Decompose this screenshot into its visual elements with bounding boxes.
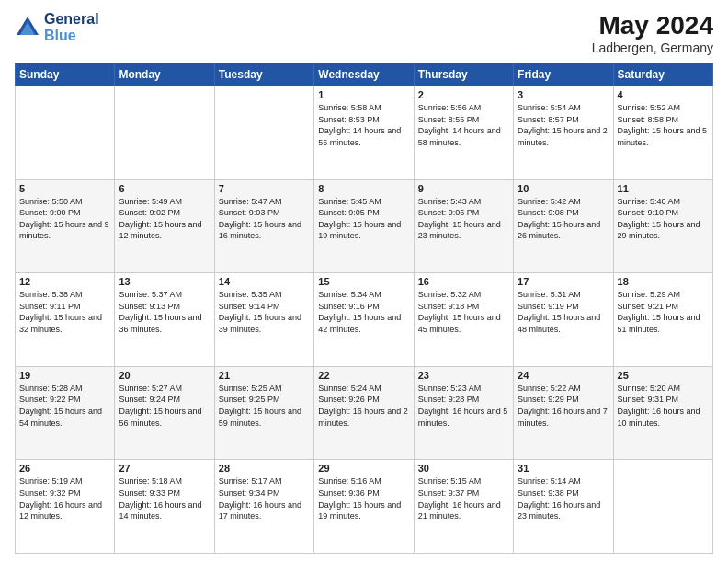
day-number: 13 [119, 276, 210, 287]
day-cell [115, 86, 214, 180]
day-number: 31 [518, 463, 609, 474]
day-cell: 9Sunrise: 5:43 AMSunset: 9:06 PMDaylight… [414, 179, 513, 273]
day-info: Sunrise: 5:25 AMSunset: 9:25 PMDaylight:… [219, 383, 310, 429]
logo: General Blue [15, 11, 99, 43]
day-info: Sunrise: 5:19 AMSunset: 9:32 PMDaylight:… [19, 476, 110, 522]
logo-text: General Blue [44, 11, 99, 43]
day-cell: 5Sunrise: 5:50 AMSunset: 9:00 PMDaylight… [16, 179, 115, 273]
day-cell: 4Sunrise: 5:52 AMSunset: 8:58 PMDaylight… [613, 86, 712, 180]
week-row-3: 12Sunrise: 5:38 AMSunset: 9:11 PMDayligh… [16, 273, 713, 367]
day-info: Sunrise: 5:16 AMSunset: 9:36 PMDaylight:… [318, 476, 409, 522]
logo-icon [15, 15, 40, 40]
header: General Blue May 2024 Ladbergen, Germany [15, 11, 713, 55]
day-info: Sunrise: 5:28 AMSunset: 9:22 PMDaylight:… [19, 383, 110, 429]
day-number: 2 [418, 89, 509, 100]
day-info: Sunrise: 5:15 AMSunset: 9:37 PMDaylight:… [418, 476, 509, 522]
week-row-2: 5Sunrise: 5:50 AMSunset: 9:00 PMDaylight… [16, 179, 713, 273]
day-number: 27 [119, 463, 210, 474]
day-cell: 12Sunrise: 5:38 AMSunset: 9:11 PMDayligh… [16, 273, 115, 367]
day-info: Sunrise: 5:50 AMSunset: 9:00 PMDaylight:… [19, 196, 110, 242]
day-cell: 6Sunrise: 5:49 AMSunset: 9:02 PMDaylight… [115, 179, 214, 273]
day-cell: 3Sunrise: 5:54 AMSunset: 8:57 PMDaylight… [514, 86, 613, 180]
day-number: 16 [418, 276, 509, 287]
day-cell: 13Sunrise: 5:37 AMSunset: 9:13 PMDayligh… [115, 273, 214, 367]
day-number: 15 [318, 276, 409, 287]
day-cell: 11Sunrise: 5:40 AMSunset: 9:10 PMDayligh… [613, 179, 712, 273]
day-cell: 15Sunrise: 5:34 AMSunset: 9:16 PMDayligh… [314, 273, 414, 367]
day-info: Sunrise: 5:42 AMSunset: 9:08 PMDaylight:… [518, 196, 609, 242]
day-number: 30 [418, 463, 509, 474]
day-cell: 10Sunrise: 5:42 AMSunset: 9:08 PMDayligh… [514, 179, 613, 273]
day-info: Sunrise: 5:14 AMSunset: 9:38 PMDaylight:… [518, 476, 609, 522]
day-number: 19 [19, 370, 110, 381]
day-info: Sunrise: 5:35 AMSunset: 9:14 PMDaylight:… [219, 289, 310, 335]
day-info: Sunrise: 5:49 AMSunset: 9:02 PMDaylight:… [119, 196, 210, 242]
day-info: Sunrise: 5:24 AMSunset: 9:26 PMDaylight:… [318, 383, 409, 429]
day-number: 26 [19, 463, 110, 474]
day-info: Sunrise: 5:31 AMSunset: 9:19 PMDaylight:… [518, 289, 609, 335]
day-info: Sunrise: 5:27 AMSunset: 9:24 PMDaylight:… [119, 383, 210, 429]
day-cell [16, 86, 115, 180]
day-cell: 27Sunrise: 5:18 AMSunset: 9:33 PMDayligh… [115, 460, 214, 554]
header-row: Sunday Monday Tuesday Wednesday Thursday… [16, 63, 713, 86]
day-number: 7 [219, 183, 310, 194]
day-cell: 2Sunrise: 5:56 AMSunset: 8:55 PMDaylight… [414, 86, 513, 180]
day-info: Sunrise: 5:34 AMSunset: 9:16 PMDaylight:… [318, 289, 409, 335]
day-number: 10 [518, 183, 609, 194]
day-number: 9 [418, 183, 509, 194]
day-cell: 30Sunrise: 5:15 AMSunset: 9:37 PMDayligh… [414, 460, 513, 554]
day-cell: 26Sunrise: 5:19 AMSunset: 9:32 PMDayligh… [16, 460, 115, 554]
day-number: 22 [318, 370, 409, 381]
location: Ladbergen, Germany [592, 40, 713, 55]
col-monday: Monday [115, 63, 214, 86]
day-cell: 21Sunrise: 5:25 AMSunset: 9:25 PMDayligh… [214, 366, 313, 460]
day-cell: 8Sunrise: 5:45 AMSunset: 9:05 PMDaylight… [314, 179, 414, 273]
day-cell: 23Sunrise: 5:23 AMSunset: 9:28 PMDayligh… [414, 366, 513, 460]
col-sunday: Sunday [16, 63, 115, 86]
day-number: 24 [518, 370, 609, 381]
week-row-1: 1Sunrise: 5:58 AMSunset: 8:53 PMDaylight… [16, 86, 713, 180]
day-number: 1 [318, 89, 409, 100]
day-cell: 25Sunrise: 5:20 AMSunset: 9:31 PMDayligh… [613, 366, 712, 460]
title-block: May 2024 Ladbergen, Germany [592, 11, 713, 55]
col-tuesday: Tuesday [214, 63, 313, 86]
day-info: Sunrise: 5:32 AMSunset: 9:18 PMDaylight:… [418, 289, 509, 335]
day-info: Sunrise: 5:29 AMSunset: 9:21 PMDaylight:… [618, 289, 709, 335]
day-number: 11 [618, 183, 709, 194]
day-info: Sunrise: 5:22 AMSunset: 9:29 PMDaylight:… [518, 383, 609, 429]
day-info: Sunrise: 5:43 AMSunset: 9:06 PMDaylight:… [418, 196, 509, 242]
day-number: 20 [119, 370, 210, 381]
month-title: May 2024 [592, 11, 713, 40]
day-info: Sunrise: 5:45 AMSunset: 9:05 PMDaylight:… [318, 196, 409, 242]
day-info: Sunrise: 5:18 AMSunset: 9:33 PMDaylight:… [119, 476, 210, 522]
day-number: 17 [518, 276, 609, 287]
col-wednesday: Wednesday [314, 63, 414, 86]
day-cell: 14Sunrise: 5:35 AMSunset: 9:14 PMDayligh… [214, 273, 313, 367]
day-cell: 19Sunrise: 5:28 AMSunset: 9:22 PMDayligh… [16, 366, 115, 460]
day-cell: 20Sunrise: 5:27 AMSunset: 9:24 PMDayligh… [115, 366, 214, 460]
week-row-5: 26Sunrise: 5:19 AMSunset: 9:32 PMDayligh… [16, 460, 713, 554]
day-cell: 7Sunrise: 5:47 AMSunset: 9:03 PMDaylight… [214, 179, 313, 273]
day-cell: 28Sunrise: 5:17 AMSunset: 9:34 PMDayligh… [214, 460, 313, 554]
day-cell [613, 460, 712, 554]
day-cell: 1Sunrise: 5:58 AMSunset: 8:53 PMDaylight… [314, 86, 414, 180]
day-info: Sunrise: 5:54 AMSunset: 8:57 PMDaylight:… [518, 102, 609, 148]
day-number: 18 [618, 276, 709, 287]
day-number: 29 [318, 463, 409, 474]
day-cell: 24Sunrise: 5:22 AMSunset: 9:29 PMDayligh… [514, 366, 613, 460]
col-saturday: Saturday [613, 63, 712, 86]
day-info: Sunrise: 5:56 AMSunset: 8:55 PMDaylight:… [418, 102, 509, 148]
day-number: 5 [19, 183, 110, 194]
day-number: 4 [618, 89, 709, 100]
calendar-table: Sunday Monday Tuesday Wednesday Thursday… [15, 63, 713, 554]
page: General Blue May 2024 Ladbergen, Germany… [0, 0, 728, 563]
day-info: Sunrise: 5:40 AMSunset: 9:10 PMDaylight:… [618, 196, 709, 242]
day-number: 25 [618, 370, 709, 381]
day-info: Sunrise: 5:58 AMSunset: 8:53 PMDaylight:… [318, 102, 409, 148]
col-friday: Friday [514, 63, 613, 86]
day-cell: 16Sunrise: 5:32 AMSunset: 9:18 PMDayligh… [414, 273, 513, 367]
day-number: 6 [119, 183, 210, 194]
day-info: Sunrise: 5:23 AMSunset: 9:28 PMDaylight:… [418, 383, 509, 429]
day-cell: 31Sunrise: 5:14 AMSunset: 9:38 PMDayligh… [514, 460, 613, 554]
day-cell: 29Sunrise: 5:16 AMSunset: 9:36 PMDayligh… [314, 460, 414, 554]
